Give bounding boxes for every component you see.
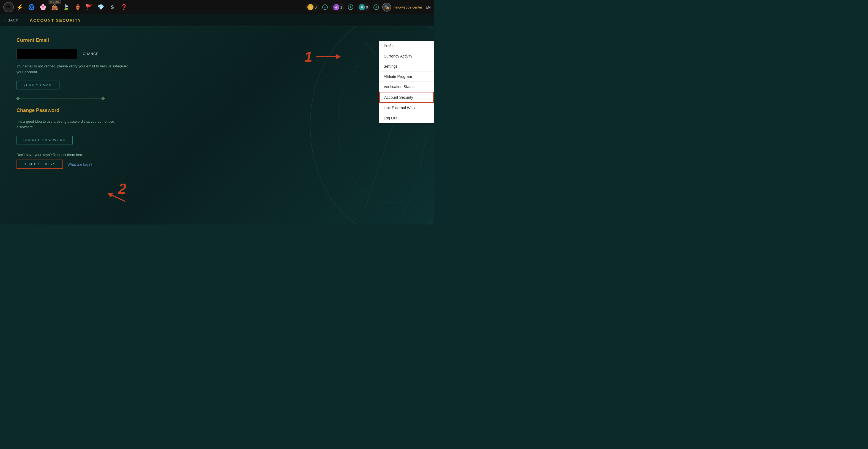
verify-email-button[interactable]: VERIFY EMAIL (17, 81, 59, 89)
content-area: Current Email CHANGE Your email is not v… (0, 26, 434, 224)
dropdown-item-profile[interactable]: Profile (379, 41, 434, 51)
top-navigation: 👁 ⚡ 🌀 🌸 👜 ITEMS 🍃 🏺 🚩 💎 𝕊 ❓ ● 0 + ◆ 1 + (0, 0, 434, 14)
question-icon[interactable]: ❓ (119, 3, 128, 11)
keys-row: REQUEST KEYS What are keys? (17, 160, 417, 169)
dropdown-item-currency[interactable]: Currency Activity (379, 51, 434, 61)
change-email-button[interactable]: CHANGE (77, 49, 104, 59)
email-display (17, 49, 77, 59)
annotation-2: 2 (118, 181, 126, 197)
teal-icon: ■ (359, 4, 365, 10)
gold-icon: ● (307, 4, 313, 10)
email-section-title: Current Email (17, 37, 417, 43)
back-arrow-icon: ‹ (4, 18, 6, 23)
keys-section: Don't have your keys? Request them here … (17, 153, 417, 169)
email-row: CHANGE (17, 49, 417, 59)
teal-amount: 0 (366, 5, 368, 9)
main-content: Current Email CHANGE Your email is not v… (0, 26, 434, 224)
gold-currency: ● 0 (305, 3, 319, 11)
gold-amount: 0 (315, 5, 316, 9)
sub-navigation: ‹ BACK ACCOUNT SECURITY (0, 14, 434, 26)
back-button[interactable]: ‹ BACK (4, 18, 19, 23)
add-teal-button[interactable]: + (373, 4, 379, 10)
what-are-keys-link[interactable]: What are keys? (67, 162, 92, 166)
dropdown-menu: Profile Currency Activity Settings Affil… (379, 41, 434, 123)
back-label: BACK (8, 18, 19, 22)
section-divider (17, 97, 417, 100)
password-section-title: Change Password (17, 107, 417, 114)
purple-currency: ◆ 1 (331, 3, 345, 11)
annotation-num-2: 2 (118, 181, 126, 197)
annotation-num-1: 1 (304, 49, 312, 65)
dropdown-item-affiliate[interactable]: Affiliate Program (379, 71, 434, 82)
email-info-text: Your email is not verified, please verif… (17, 64, 132, 75)
flower-icon[interactable]: 🌸 (38, 3, 47, 11)
dollar-icon[interactable]: 𝕊 (108, 3, 117, 11)
gem-icon[interactable]: 💎 (96, 3, 105, 11)
items-icon[interactable]: 👜 ITEMS (50, 3, 59, 11)
teal-currency: ■ 0 (356, 3, 370, 11)
diamond-left (16, 97, 20, 100)
password-info-text: It is a good idea to use a strong passwo… (17, 119, 132, 130)
profile-avatar: 🎭 (382, 3, 391, 11)
dropdown-item-wallet[interactable]: Link External Wallet (379, 103, 434, 113)
nav-right: ● 0 + ◆ 1 + ■ 0 + 🎭 knowledge.center EN (305, 3, 431, 11)
annotation-arrow-1 (316, 56, 340, 57)
password-section: Change Password It is a good idea to use… (17, 107, 417, 145)
annotation-1: 1 (304, 49, 340, 65)
profile-area[interactable]: 🎭 (382, 3, 391, 11)
diamond-right (101, 97, 105, 100)
lightning-icon[interactable]: ⚡ (16, 3, 24, 11)
spiral-icon[interactable]: 🌀 (27, 3, 36, 11)
potion-icon[interactable]: 🏺 (73, 3, 82, 11)
change-password-button[interactable]: CHANGE PASSWORD (17, 136, 73, 145)
dropdown-item-settings[interactable]: Settings (379, 61, 434, 71)
request-keys-button[interactable]: REQUEST KEYS (17, 160, 63, 169)
dropdown-item-account-security[interactable]: Account Security (379, 92, 434, 103)
dropdown-item-logout[interactable]: Log Out (379, 113, 434, 123)
purple-icon: ◆ (333, 4, 339, 10)
add-purple-button[interactable]: + (348, 4, 353, 10)
page-title: ACCOUNT SECURITY (30, 18, 81, 23)
knowledge-center-link[interactable]: knowledge.center (394, 5, 423, 9)
keys-label: Don't have your keys? Request them here (17, 153, 417, 157)
nav-icons-group: ⚡ 🌀 🌸 👜 ITEMS 🍃 🏺 🚩 💎 𝕊 ❓ (16, 3, 305, 11)
flag-icon[interactable]: 🚩 (85, 3, 94, 11)
add-gold-button[interactable]: + (322, 4, 328, 10)
email-section: Current Email CHANGE Your email is not v… (17, 37, 417, 89)
purple-amount: 1 (340, 5, 342, 9)
dropdown-item-verification[interactable]: Verification Status (379, 82, 434, 92)
leaf-icon[interactable]: 🍃 (62, 3, 70, 11)
nav-divider (24, 17, 24, 24)
logo[interactable]: 👁 (3, 2, 14, 12)
language-selector[interactable]: EN (426, 5, 431, 9)
